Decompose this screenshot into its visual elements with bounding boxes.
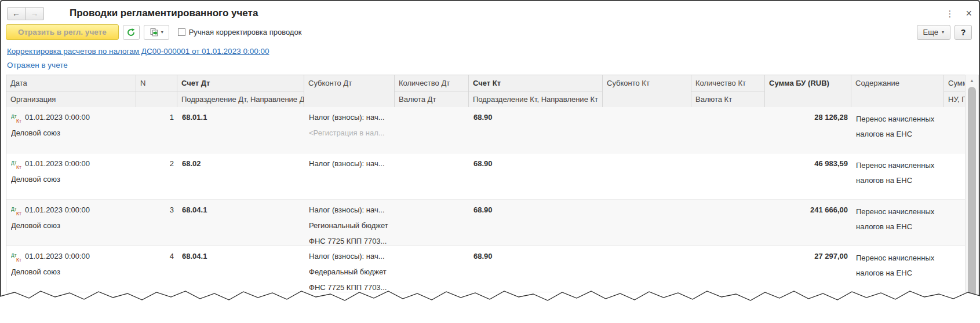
- row-date: 01.01.2023 0:00:00: [25, 205, 90, 214]
- close-icon[interactable]: ×: [966, 8, 972, 19]
- column-header-n[interactable]: N: [136, 75, 177, 91]
- row-amount-bu: 27 297,00: [770, 251, 848, 262]
- scroll-up-button[interactable]: ▲: [966, 75, 978, 86]
- toolbar-right-group: Еще ▾ ?: [917, 25, 972, 40]
- column-header-subdivision-kt[interactable]: Подразделение Кт, Направление Кт: [469, 91, 603, 108]
- row-account-dt: 68.01.1: [182, 112, 301, 123]
- row-account-kt: 68.90: [473, 204, 599, 216]
- row-number: 4: [141, 251, 174, 262]
- column-header-content[interactable]: Содержание: [851, 75, 944, 108]
- row-account-kt: 68.90: [473, 251, 599, 262]
- row-subconto-dt: ФНС 7725 КПП 7703...: [309, 236, 391, 245]
- posting-dtkt-icon: ДтКт: [11, 204, 25, 216]
- forward-arrow-icon: →: [31, 9, 39, 18]
- app-window: ← → Проводки регламентированного учета ⋮…: [0, 0, 980, 323]
- column-header-amount2-sub[interactable]: НУ, ПР: [944, 91, 966, 108]
- manual-adjustment-toggle[interactable]: Ручная корректировка проводок: [178, 28, 302, 36]
- row-subconto-dt: Региональный бюджет: [309, 220, 391, 232]
- title-bar: ← → Проводки регламентированного учета ⋮…: [7, 5, 972, 21]
- menu-dots-icon[interactable]: ⋮: [945, 9, 954, 18]
- forward-button[interactable]: →: [25, 7, 44, 20]
- row-account-kt: 68.90: [473, 112, 599, 123]
- row-account-dt: 68.04.1: [182, 251, 301, 262]
- manual-adjustment-checkbox[interactable]: [178, 28, 185, 36]
- row-date: 01.01.2023 0:00:00: [25, 113, 90, 122]
- table-row[interactable]: ДтКт01.01.2023 0:00:00 Деловой союз 3 68…: [6, 200, 965, 246]
- row-content: Перенос начисленных налогов на ЕНС: [856, 251, 941, 281]
- more-button[interactable]: Еще ▾: [917, 25, 950, 40]
- table-header: Дата N Счет Дт Субконто Дт Количество Дт…: [6, 75, 965, 107]
- chevron-down-icon: ▾: [942, 30, 944, 35]
- show-postings-button[interactable]: ▾: [144, 25, 169, 40]
- help-button[interactable]: ?: [955, 25, 972, 40]
- column-header-quantity-dt[interactable]: Количество Дт: [395, 75, 469, 91]
- page-title: Проводки регламентированного учета: [70, 8, 258, 19]
- status-text: Отражен в учете: [7, 61, 68, 69]
- window-controls: ⋮ ×: [945, 8, 972, 19]
- posting-dtkt-icon: ДтКт: [11, 251, 25, 262]
- row-account-dt: 68.02: [182, 158, 301, 170]
- row-organization: Деловой союз: [11, 266, 133, 278]
- back-arrow-icon: ←: [12, 9, 20, 18]
- row-subconto-dt: Налог (взносы): нач...: [309, 158, 391, 170]
- back-button[interactable]: ←: [7, 7, 25, 20]
- column-header-amount2[interactable]: Сумма: [944, 75, 966, 91]
- row-amount-bu: 28 126,28: [770, 112, 848, 123]
- table-row[interactable]: ДтКт01.01.2023 0:00:00 Деловой союз 4 68…: [6, 246, 965, 292]
- row-subconto-dt: ФНС 7725 КПП 7703...: [309, 282, 391, 292]
- row-organization: Деловой союз: [11, 220, 133, 232]
- table-body: ДтКт01.01.2023 0:00:00 Деловой союз 1 68…: [6, 107, 965, 292]
- reflect-in-accounting-button[interactable]: Отразить в регл. учете: [6, 24, 119, 40]
- posting-dtkt-icon: ДтКт: [11, 158, 25, 170]
- row-number: 2: [141, 158, 174, 170]
- chevron-down-icon: ▾: [161, 30, 163, 35]
- row-subconto-dt: <Регистрация в нал...: [309, 127, 391, 139]
- row-organization: Деловой союз: [11, 127, 133, 139]
- column-header-organization[interactable]: Организация: [6, 91, 136, 108]
- column-header-account-dt[interactable]: Счет Дт: [177, 75, 304, 91]
- column-header-subdivision-dt[interactable]: Подразделение Дт, Направление Дт: [177, 91, 304, 108]
- row-content: Перенос начисленных налогов на ЕНС: [856, 158, 941, 188]
- row-number: 1: [141, 112, 174, 123]
- column-header-date[interactable]: Дата: [6, 75, 136, 91]
- column-header-subconto-dt[interactable]: Субконто Дт: [304, 75, 395, 108]
- table-row[interactable]: ДтКт01.01.2023 0:00:00 Деловой союз 1 68…: [6, 107, 965, 153]
- row-number: 3: [141, 204, 174, 216]
- row-amount-bu: 241 666,00: [770, 204, 848, 216]
- refresh-icon: [126, 28, 136, 37]
- row-amount-bu: 46 983,59: [770, 158, 848, 170]
- manual-adjustment-label: Ручная корректировка проводок: [189, 28, 302, 36]
- scroll-up-icon: ▲: [970, 78, 974, 83]
- row-subconto-dt: Налог (взносы): нач...: [309, 204, 391, 216]
- row-content: Перенос начисленных налогов на ЕНС: [856, 204, 941, 234]
- nav-button-group: ← →: [7, 7, 44, 20]
- scrollbar-thumb[interactable]: [968, 87, 976, 323]
- column-header-currency-dt[interactable]: Валюта Дт: [395, 91, 469, 108]
- row-subconto-dt: Федеральный бюджет: [309, 266, 391, 278]
- row-date: 01.01.2023 0:00:00: [25, 252, 90, 260]
- table-row[interactable]: ДтКт01.01.2023 0:00:00 Деловой союз 2 68…: [6, 153, 965, 200]
- more-button-label: Еще: [923, 28, 938, 36]
- posting-dtkt-icon: ДтКт: [11, 112, 25, 123]
- column-header-empty: [136, 91, 177, 108]
- row-content: Перенос начисленных налогов на ЕНС: [856, 112, 941, 142]
- row-date: 01.01.2023 0:00:00: [25, 159, 90, 168]
- row-account-kt: 68.90: [473, 158, 599, 170]
- refresh-button[interactable]: [123, 25, 140, 40]
- column-header-account-kt[interactable]: Счет Кт: [469, 75, 603, 91]
- document-link[interactable]: Корректировка расчетов по налогам ДС00-0…: [7, 47, 269, 56]
- row-organization: Деловой союз: [11, 174, 133, 185]
- column-header-currency-kt[interactable]: Валюта Кт: [691, 91, 765, 108]
- vertical-scrollbar[interactable]: ▲: [965, 75, 979, 323]
- row-subconto-dt: Налог (взносы): нач...: [309, 251, 391, 262]
- toolbar: Отразить в регл. учете ▾ Ручная корректи…: [6, 24, 972, 40]
- row-subconto-dt: Налог (взносы): нач...: [309, 112, 391, 123]
- documents-icon: [150, 28, 159, 37]
- column-header-subconto-kt[interactable]: Субконто Кт: [603, 75, 691, 108]
- row-account-dt: 68.04.1: [182, 204, 301, 216]
- column-header-quantity-kt[interactable]: Количество Кт: [691, 75, 765, 91]
- column-header-amount-bu[interactable]: Сумма БУ (RUB): [765, 75, 851, 108]
